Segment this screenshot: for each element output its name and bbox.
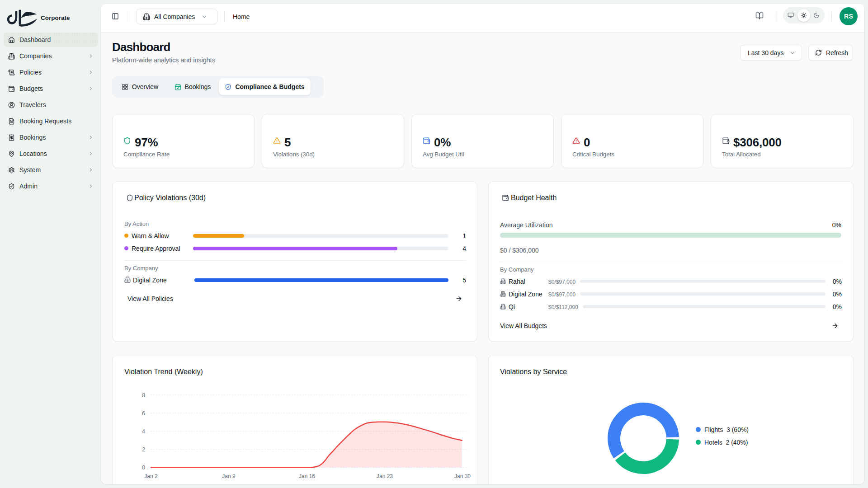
svg-text:Jan 9: Jan 9 <box>222 473 236 479</box>
svg-text:2: 2 <box>142 446 145 453</box>
svg-text:8: 8 <box>142 392 145 399</box>
svg-text:Jan 30: Jan 30 <box>454 473 471 479</box>
svg-text:Jan 2: Jan 2 <box>144 473 158 479</box>
svg-text:4: 4 <box>142 428 145 435</box>
svg-text:Jan 16: Jan 16 <box>299 473 315 479</box>
svg-text:Jan 23: Jan 23 <box>377 473 393 479</box>
svg-text:6: 6 <box>142 410 145 417</box>
svg-text:0: 0 <box>142 465 145 471</box>
